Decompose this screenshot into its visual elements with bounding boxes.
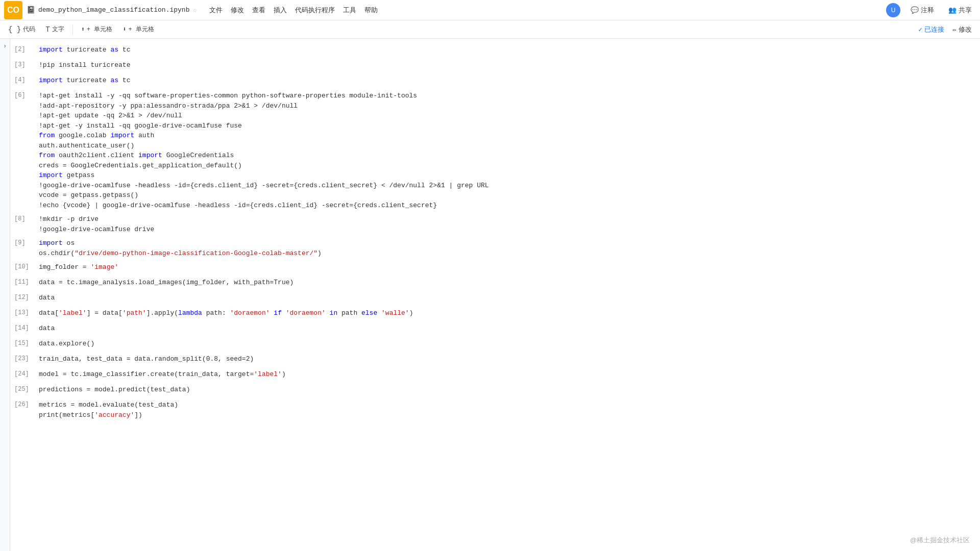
filename-area: 📓 demo_python_image_classification.ipynb… xyxy=(27,6,197,14)
cell-number: [24] xyxy=(14,369,39,378)
add-code-button[interactable]: ⬆ + 单元格 xyxy=(77,23,117,36)
cell-10[interactable]: [13]data['label'] = data['path'].apply(l… xyxy=(10,306,980,321)
add-text-icon: ⬇ xyxy=(122,26,126,33)
sidebar-toggle[interactable]: › xyxy=(0,39,10,551)
cell-number: [14] xyxy=(14,323,39,332)
code-label: 代码 xyxy=(23,25,35,34)
cell-number: [11] xyxy=(14,278,39,286)
user-avatar[interactable]: U xyxy=(886,3,900,17)
add-text-button[interactable]: ⬇ + 单元格 xyxy=(118,23,158,36)
cell-code[interactable]: predictions = model.predict(test_data) xyxy=(39,385,976,395)
notebook: [2]import turicreate as tc[3]!pip instal… xyxy=(10,39,980,551)
cell-number: [8] xyxy=(14,214,39,222)
cell-code[interactable]: data = tc.image_analysis.load_images(img… xyxy=(39,278,976,288)
text-cell-button[interactable]: T 文字 xyxy=(41,23,68,36)
share-button[interactable]: 👥 共享 xyxy=(944,4,976,17)
menu-runtime[interactable]: 代码执行程序 xyxy=(291,4,339,17)
menu-help[interactable]: 帮助 xyxy=(360,4,382,17)
cell-number: [23] xyxy=(14,354,39,362)
toolbar-divider xyxy=(72,24,73,35)
cell-number: [4] xyxy=(14,76,39,84)
cell-code[interactable]: img_folder = 'image' xyxy=(39,262,976,272)
file-icon: 📓 xyxy=(27,6,35,14)
toolbar: { } 代码 T 文字 ⬆ + 单元格 ⬇ + 单元格 ✓ 已连接 ✏ 修改 xyxy=(0,20,980,39)
cell-number: [3] xyxy=(14,60,39,68)
menu-view[interactable]: 查看 xyxy=(248,4,270,17)
text-label: 文字 xyxy=(52,25,64,34)
cell-number: [13] xyxy=(14,308,39,316)
cell-number: [10] xyxy=(14,262,39,270)
cell-number: [26] xyxy=(14,400,39,408)
cell-code[interactable]: model = tc.image_classifier.create(train… xyxy=(39,369,976,380)
edit-label: 修改 xyxy=(959,25,972,34)
filename[interactable]: demo_python_image_classification.ipynb xyxy=(38,6,189,14)
add-code-icon: ⬆ xyxy=(81,26,85,33)
comment-icon: 💬 xyxy=(911,6,919,14)
cell-1[interactable]: [2]import turicreate as tc xyxy=(10,43,980,58)
watermark: @稀土掘金技术社区 xyxy=(910,536,970,545)
cell-code[interactable]: !pip install turicreate xyxy=(39,60,976,70)
cell-code[interactable]: import turicreate as tc xyxy=(39,76,976,86)
cell-code[interactable]: !mkdir -p drive !google-drive-ocamlfuse … xyxy=(39,214,976,234)
top-bar: CO 📓 demo_python_image_classification.ip… xyxy=(0,0,980,20)
code-cell-button[interactable]: { } 代码 xyxy=(4,23,39,36)
cell-code[interactable]: import os os.chdir("drive/demo-python-im… xyxy=(39,238,976,258)
share-label: 共享 xyxy=(959,6,972,15)
cell-9[interactable]: [12]data xyxy=(10,291,980,306)
add-code-label: + 单元格 xyxy=(87,25,112,34)
cell-number: [15] xyxy=(14,339,39,347)
cell-14[interactable]: [24]model = tc.image_classifier.create(t… xyxy=(10,367,980,383)
cell-code[interactable]: data xyxy=(39,323,976,334)
cell-3[interactable]: [4]import turicreate as tc xyxy=(10,73,980,89)
menu-file[interactable]: 文件 xyxy=(205,4,227,17)
cell-code[interactable]: data.explore() xyxy=(39,339,976,349)
cell-number: [2] xyxy=(14,45,39,53)
cell-12[interactable]: [15]data.explore() xyxy=(10,337,980,352)
cell-5[interactable]: [8]!mkdir -p drive !google-drive-ocamlfu… xyxy=(10,212,980,236)
share-icon: 👥 xyxy=(948,6,957,14)
cell-6[interactable]: [9]import os os.chdir("drive/demo-python… xyxy=(10,236,980,260)
colab-logo: CO xyxy=(4,1,22,19)
toolbar-right: ✓ 已连接 ✏ 修改 xyxy=(918,23,976,36)
cell-8[interactable]: [11]data = tc.image_analysis.load_images… xyxy=(10,276,980,291)
text-icon: T xyxy=(45,26,50,34)
comment-button[interactable]: 💬 注释 xyxy=(906,4,938,17)
connected-badge: ✓ 已连接 xyxy=(918,25,944,34)
sidebar-chevron: › xyxy=(3,43,7,50)
menu-bar: 文件 修改 查看 插入 代码执行程序 工具 帮助 xyxy=(205,4,382,17)
connected-label: 已连接 xyxy=(924,25,944,34)
checkmark-icon: ✓ xyxy=(918,26,922,34)
code-icon: { } xyxy=(8,26,21,34)
cell-11[interactable]: [14]data xyxy=(10,321,980,337)
cell-13[interactable]: [23]train_data, test_data = data.random_… xyxy=(10,352,980,367)
comment-label: 注释 xyxy=(921,6,934,15)
menu-insert[interactable]: 插入 xyxy=(270,4,291,17)
cell-16[interactable]: [26]metrics = model.evaluate(test_data) … xyxy=(10,398,980,422)
cell-code[interactable]: train_data, test_data = data.random_spli… xyxy=(39,354,976,364)
cell-code[interactable]: !apt-get install -y -qq software-propert… xyxy=(39,91,976,210)
edit-button[interactable]: ✏ 修改 xyxy=(948,23,976,36)
edit-icon: ✏ xyxy=(952,26,957,34)
cell-code[interactable]: data xyxy=(39,293,976,303)
cell-code[interactable]: metrics = model.evaluate(test_data) prin… xyxy=(39,400,976,420)
add-text-label: + 单元格 xyxy=(129,25,154,34)
cell-7[interactable]: [10]img_folder = 'image' xyxy=(10,260,980,276)
main-area: › [2]import turicreate as tc[3]!pip inst… xyxy=(0,39,980,551)
cell-4[interactable]: [6]!apt-get install -y -qq software-prop… xyxy=(10,89,980,212)
cell-number: [9] xyxy=(14,238,39,246)
menu-edit[interactable]: 修改 xyxy=(227,4,248,17)
cell-number: [6] xyxy=(14,91,39,99)
topbar-right: U 💬 注释 👥 共享 xyxy=(886,3,976,17)
cell-2[interactable]: [3]!pip install turicreate xyxy=(10,58,980,73)
cell-number: [25] xyxy=(14,385,39,393)
star-icon[interactable]: ☆ xyxy=(192,6,197,14)
cell-number: [12] xyxy=(14,293,39,301)
cell-15[interactable]: [25]predictions = model.predict(test_dat… xyxy=(10,383,980,398)
menu-tools[interactable]: 工具 xyxy=(339,4,360,17)
cell-code[interactable]: import turicreate as tc xyxy=(39,45,976,55)
cell-code[interactable]: data['label'] = data['path'].apply(lambd… xyxy=(39,308,976,318)
